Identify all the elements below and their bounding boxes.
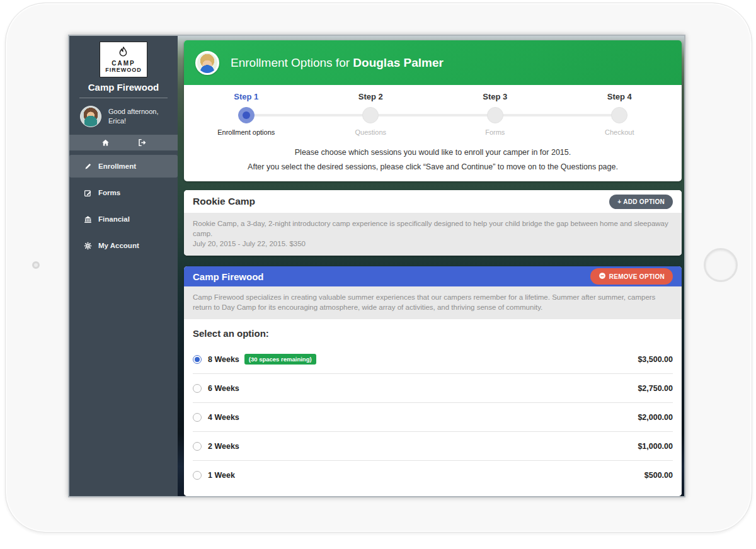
step-1-dot [238,107,255,123]
rookie-camp-title: Rookie Camp [193,196,255,207]
camp-firewood-title: Camp Firewood [193,271,264,282]
tablet-home-button[interactable] [704,248,738,282]
camp-logo: CAMP FIREWOOD [100,42,147,77]
option-row-1-week: 1 Week $500.00 [193,461,673,490]
rookie-camp-card: Rookie Camp + ADD OPTION Rookie Camp, a … [184,190,682,256]
bank-icon [84,215,92,224]
camp-firewood-card: Camp Firewood REMOVE OPTION Camp Firewoo… [184,266,682,496]
app-screen: CAMP FIREWOOD Camp Firewood Good afterno… [68,35,685,497]
user-greeting: Good afternoon, Erica! [69,98,178,135]
enrollment-header: Enrollment Options for Douglas Palmer [184,40,682,85]
step-2-dot [362,107,379,123]
step-1[interactable]: Step 1 Enrollment options [184,92,309,136]
logo-text-firewood: FIREWOOD [105,67,142,73]
remove-option-button[interactable]: REMOVE OPTION [590,268,673,285]
option-price: $3,500.00 [638,355,673,364]
enrollment-header-card: Enrollment Options for Douglas Palmer St… [184,40,682,181]
camp-firewood-header: Camp Firewood REMOVE OPTION [184,266,682,286]
option-row-2-weeks: 2 Weeks $1,000.00 [193,432,673,461]
option-row-6-weeks: 6 Weeks $2,750.00 [193,374,673,403]
tablet-camera [32,261,40,269]
instructions: Please choose which sessions you would l… [184,136,682,181]
option-row-8-weeks: 8 Weeks (30 spaces remaining) $3,500.00 [193,345,673,374]
rookie-camp-dates: July 20, 2015 - July 22, 2015. $350 [193,239,673,249]
add-option-button[interactable]: + ADD OPTION [609,195,673,209]
sidebar-item-label: My Account [98,242,139,249]
pencil-icon [84,162,92,170]
option-row-4-weeks: 4 Weeks $2,000.00 [193,403,673,432]
step-3-dot [487,107,503,123]
sidebar-item-my-account[interactable]: My Account [69,234,178,257]
sidebar: CAMP FIREWOOD Camp Firewood Good afterno… [69,36,178,496]
page: CAMP FIREWOOD Camp Firewood Good afterno… [0,0,756,549]
camp-firewood-description: Camp Firewood specializes in creating va… [184,286,682,319]
step-4[interactable]: Step 4 Checkout [558,92,682,136]
camper-name: Douglas Palmer [353,56,444,69]
sidebar-quick-nav [69,135,178,150]
option-list: Select an option: 8 Weeks (30 spaces rem… [184,319,682,496]
page-title: Enrollment Options for Douglas Palmer [231,56,444,70]
sidebar-menu: Enrollment Forms Financial [69,155,178,257]
radio-8-weeks[interactable] [193,355,202,364]
home-icon[interactable] [101,139,110,147]
flame-icon [117,47,130,60]
step-3[interactable]: Step 3 Forms [433,92,558,136]
sidebar-item-label: Enrollment [98,162,136,170]
sidebar-item-financial[interactable]: Financial [69,208,178,230]
camper-avatar [195,51,219,75]
logo-text-camp: CAMP [112,60,135,67]
user-avatar [80,106,101,127]
option-price: $2,000.00 [638,413,673,422]
step-indicator: Step 1 Enrollment options Step 2 Questio… [184,85,682,136]
step-2[interactable]: Step 2 Questions [309,92,433,136]
radio-6-weeks[interactable] [193,384,202,393]
rookie-camp-description: Rookie Camp, a 3-day, 2-night introducto… [184,213,682,256]
sign-out-icon[interactable] [138,139,146,147]
option-price: $1,000.00 [638,442,673,451]
radio-4-weeks[interactable] [193,413,202,422]
instructions-line-1: Please choose which sessions you would l… [197,148,669,157]
instructions-line-2: After you select the desired sessions, p… [197,162,669,171]
select-option-label: Select an option: [193,319,673,345]
sidebar-item-label: Forms [98,189,120,196]
radio-2-weeks[interactable] [193,442,202,451]
sidebar-item-label: Financial [98,215,130,223]
minus-circle-icon [598,272,609,281]
gear-icon [84,242,92,250]
step-4-dot [611,107,627,123]
option-price: $500.00 [644,471,673,480]
sidebar-item-enrollment[interactable]: Enrollment [69,155,178,178]
spaces-remaining-badge: (30 spaces remaining) [244,354,316,365]
greeting-text: Good afternoon, Erica! [108,107,159,126]
edit-square-icon [84,189,92,197]
option-price: $2,750.00 [638,384,673,393]
brand-name: Camp Firewood [69,82,178,93]
radio-1-week[interactable] [193,471,202,480]
rookie-camp-header: Rookie Camp + ADD OPTION [184,190,682,213]
sidebar-item-forms[interactable]: Forms [69,181,178,204]
main-area: Enrollment Options for Douglas Palmer St… [178,36,685,497]
